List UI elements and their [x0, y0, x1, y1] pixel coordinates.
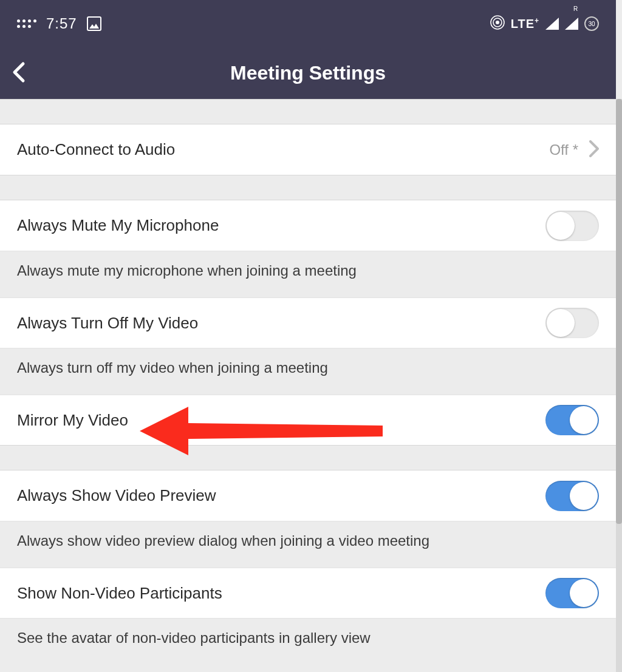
toggle-non-video-participants[interactable]	[545, 578, 599, 608]
section-gap	[0, 99, 616, 124]
chevron-right-icon	[589, 140, 599, 160]
row-label: Always Turn Off My Video	[17, 314, 198, 333]
status-bar: 7:57 LTE+ R 30	[0, 0, 616, 47]
status-time: 7:57	[46, 15, 77, 32]
toggle-turn-off-video[interactable]	[545, 308, 599, 338]
svg-point-1	[496, 21, 499, 24]
battery-badge: 30	[584, 16, 599, 31]
section-gap	[0, 175, 616, 200]
row-value: Off *	[549, 141, 578, 158]
toggle-mirror-video[interactable]	[545, 405, 599, 435]
image-icon	[87, 16, 101, 31]
svg-marker-0	[89, 24, 99, 29]
chevron-left-icon	[11, 61, 26, 83]
row-label: Auto-Connect to Audio	[17, 140, 175, 159]
row-description: Always show video preview dialog when jo…	[0, 521, 616, 568]
row-description: See the avatar of non-video participants…	[0, 618, 616, 665]
page-title: Meeting Settings	[0, 62, 616, 84]
status-bar-right: LTE+ R 30	[490, 15, 599, 32]
row-label: Show Non-Video Participants	[17, 584, 222, 603]
row-turn-off-video: Always Turn Off My Video	[0, 297, 616, 348]
toggle-video-preview[interactable]	[545, 481, 599, 511]
row-video-preview: Always Show Video Preview	[0, 470, 616, 521]
settings-list: Auto-Connect to Audio Off * Always Mute …	[0, 99, 616, 665]
blackberry-icon	[17, 19, 36, 28]
row-label: Always Mute My Microphone	[17, 216, 219, 235]
header-bar: Meeting Settings	[0, 47, 616, 99]
row-mirror-video: Mirror My Video	[0, 395, 616, 445]
signal-icon-1	[545, 18, 559, 30]
scrollbar-thumb[interactable]	[616, 99, 622, 524]
row-non-video-participants: Show Non-Video Participants	[0, 568, 616, 618]
back-button[interactable]	[11, 61, 26, 86]
row-label: Mirror My Video	[17, 411, 128, 430]
section-gap	[0, 445, 616, 470]
network-label: LTE+	[511, 16, 539, 31]
row-description: Always turn off my video when joining a …	[0, 348, 616, 395]
row-label: Always Show Video Preview	[17, 486, 216, 505]
toggle-mute-microphone[interactable]	[545, 211, 599, 241]
row-auto-connect-audio[interactable]: Auto-Connect to Audio Off *	[0, 124, 616, 175]
status-bar-left: 7:57	[17, 15, 101, 32]
row-mute-microphone: Always Mute My Microphone	[0, 200, 616, 251]
hotspot-icon	[490, 15, 505, 32]
row-right: Off *	[549, 140, 599, 160]
row-description: Always mute my microphone when joining a…	[0, 251, 616, 297]
signal-icon-2: R	[565, 18, 578, 30]
